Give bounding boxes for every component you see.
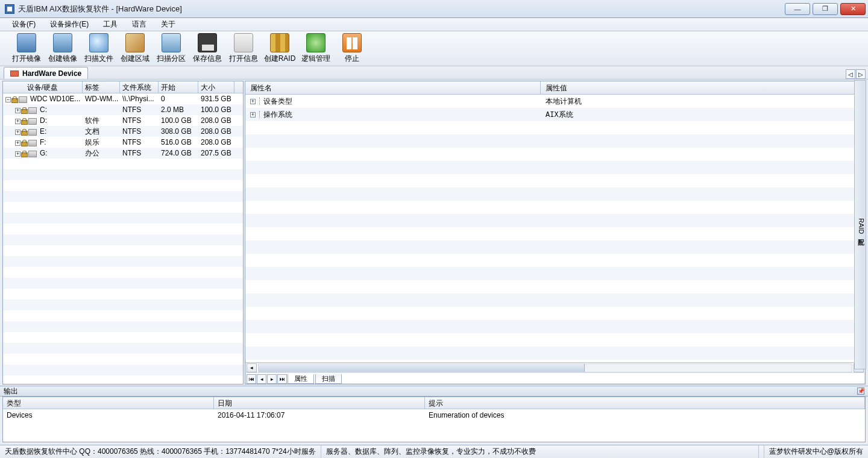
property-row-empty bbox=[245, 280, 865, 293]
expand-icon[interactable]: + bbox=[15, 151, 20, 157]
tab-nav-prev[interactable]: ◂ bbox=[257, 374, 266, 384]
table-row[interactable]: +E:文档NTFS308.0 GB208.0 GB bbox=[3, 126, 243, 137]
col-size[interactable]: 大小 bbox=[198, 81, 234, 93]
lock-icon bbox=[11, 96, 17, 103]
out-hint: Enumeration of devices bbox=[425, 411, 865, 419]
expand-icon[interactable]: + bbox=[15, 119, 20, 124]
menu-device[interactable]: 设备(F) bbox=[8, 18, 39, 31]
output-row[interactable]: Devices 2016-04-11 17:06:07 Enumeration … bbox=[3, 409, 865, 421]
scroll-track[interactable] bbox=[258, 363, 852, 372]
prop-value: 本地计算机 bbox=[541, 96, 582, 107]
tab-attributes[interactable]: 属性 bbox=[288, 374, 314, 384]
doctab-next[interactable]: ▷ bbox=[856, 69, 866, 79]
menu-about[interactable]: 关于 bbox=[157, 18, 179, 31]
property-row-empty bbox=[245, 187, 865, 201]
scroll-left[interactable]: ◂ bbox=[247, 363, 257, 372]
titlebar: 天盾IBM AIX数据恢复软件 - [HardWare Device] — ❐ … bbox=[0, 0, 868, 18]
chain-icon bbox=[306, 33, 326, 52]
table-row[interactable]: −WDC WD10E...WD-WM...\\.\Physi...0931.5 … bbox=[3, 93, 243, 104]
tab-scan[interactable]: 扫描 bbox=[315, 374, 342, 384]
col-out-date[interactable]: 日期 bbox=[214, 397, 425, 409]
bottom-tabs: ⏮ ◂ ▸ ⏭ 属性 扫描 bbox=[245, 373, 865, 384]
cylinder-stack-icon bbox=[162, 33, 181, 52]
table-row[interactable]: +D:软件NTFS100.0 GB208.0 GB bbox=[3, 115, 243, 126]
col-prop-value[interactable]: 属性值 bbox=[541, 81, 865, 94]
tab-nav-next[interactable]: ▸ bbox=[267, 374, 277, 384]
hscrollbar[interactable]: ◂ ▸ bbox=[245, 363, 865, 373]
cell-size: 931.5 GB bbox=[198, 94, 234, 104]
expand-icon[interactable]: + bbox=[250, 99, 256, 104]
property-row-empty bbox=[245, 174, 865, 187]
tab-hardware-device[interactable]: HardWare Device bbox=[4, 67, 88, 79]
col-fs[interactable]: 文件系统 bbox=[120, 81, 159, 93]
tb-create-raid[interactable]: 创建RAID bbox=[262, 33, 298, 64]
cell-fs: NTFS bbox=[120, 127, 159, 136]
status-left: 天盾数据恢复软件中心 QQ：4000076365 热线：4000076365 手… bbox=[0, 445, 321, 458]
tb-open-info[interactable]: 打开信息 bbox=[225, 33, 262, 64]
tb-scan-partition[interactable]: 扫描分区 bbox=[153, 33, 189, 64]
tb-scan-files[interactable]: 扫描文件 bbox=[81, 33, 117, 64]
col-tag[interactable]: 标签 bbox=[83, 81, 120, 93]
pin-icon[interactable]: 📌 bbox=[857, 387, 864, 395]
expand-icon[interactable]: − bbox=[5, 97, 11, 102]
tb-stop[interactable]: 停止 bbox=[334, 33, 370, 64]
table-row-empty bbox=[3, 365, 243, 375]
doctab-nav: ◁ ▷ bbox=[846, 69, 868, 79]
table-row[interactable]: +G:办公NTFS724.0 GB207.5 GB bbox=[3, 148, 243, 158]
property-row-empty bbox=[245, 293, 865, 307]
col-start[interactable]: 开始 bbox=[159, 81, 198, 93]
table-row-empty bbox=[3, 289, 243, 300]
tab-nav-last[interactable]: ⏭ bbox=[277, 374, 287, 384]
tb-create-image[interactable]: 创建镜像 bbox=[45, 33, 81, 64]
cell-size: 208.0 GB bbox=[198, 116, 234, 125]
col-out-hint[interactable]: 提示 bbox=[425, 397, 865, 409]
col-out-type[interactable]: 类型 bbox=[3, 397, 214, 409]
menu-device-ops[interactable]: 设备操作(E) bbox=[46, 18, 92, 31]
menu-lang[interactable]: 语言 bbox=[128, 18, 150, 31]
device-grid-body[interactable]: −WDC WD10E...WD-WM...\\.\Physi...0931.5 … bbox=[3, 93, 243, 384]
scroll-thumb[interactable] bbox=[259, 364, 585, 372]
cell-tag: 软件 bbox=[83, 115, 120, 127]
expand-icon[interactable]: + bbox=[15, 130, 20, 135]
cell-size: 100.0 GB bbox=[198, 105, 234, 114]
table-row-empty bbox=[3, 245, 243, 256]
out-date: 2016-04-11 17:06:07 bbox=[214, 411, 425, 419]
property-row-empty bbox=[245, 267, 865, 280]
tb-open-image[interactable]: 打开镜像 bbox=[8, 33, 45, 64]
raid-side-tab[interactable]: RAID配置 bbox=[854, 80, 866, 369]
out-type: Devices bbox=[3, 411, 214, 419]
doctab-prev[interactable]: ◁ bbox=[846, 69, 855, 79]
property-row-empty bbox=[245, 148, 865, 161]
property-row-empty bbox=[245, 333, 865, 347]
tab-nav-first[interactable]: ⏮ bbox=[247, 374, 256, 384]
tb-create-region[interactable]: 创建区域 bbox=[117, 33, 153, 64]
cell-tag bbox=[83, 109, 120, 110]
table-row[interactable]: +F:娱乐NTFS516.0 GB208.0 GB bbox=[3, 137, 243, 148]
tb-logic-mgmt[interactable]: 逻辑管理 bbox=[298, 33, 334, 64]
table-row-empty bbox=[3, 180, 243, 191]
table-row-empty bbox=[3, 224, 243, 234]
tb-save-info[interactable]: 保存信息 bbox=[189, 33, 225, 64]
table-row-empty bbox=[3, 169, 243, 180]
expand-icon[interactable]: + bbox=[15, 108, 20, 113]
close-button[interactable]: ✕ bbox=[840, 3, 866, 15]
table-row-empty bbox=[3, 158, 243, 169]
property-row[interactable]: +设备类型本地计算机 bbox=[245, 95, 865, 108]
col-prop-name[interactable]: 属性名 bbox=[245, 81, 541, 94]
property-row-empty bbox=[245, 347, 865, 360]
table-row[interactable]: +C:NTFS2.0 MB100.0 GB bbox=[3, 104, 243, 115]
lock-icon bbox=[21, 140, 27, 146]
expand-icon[interactable]: + bbox=[15, 140, 20, 146]
maximize-button[interactable]: ❐ bbox=[813, 3, 838, 15]
menu-tools[interactable]: 工具 bbox=[99, 18, 121, 31]
table-row-empty bbox=[3, 234, 243, 245]
expand-icon[interactable]: + bbox=[250, 112, 256, 118]
volume-icon bbox=[28, 151, 37, 157]
pencil-icon bbox=[125, 33, 145, 52]
property-row[interactable]: +操作系统AIX系统 bbox=[245, 108, 865, 121]
property-body[interactable]: +设备类型本地计算机+操作系统AIX系统 bbox=[245, 95, 865, 362]
cell-start: 516.0 GB bbox=[159, 137, 198, 147]
prop-key: 操作系统 bbox=[263, 110, 292, 120]
col-device[interactable]: 设备/硬盘 bbox=[3, 81, 83, 93]
minimize-button[interactable]: — bbox=[785, 3, 810, 15]
